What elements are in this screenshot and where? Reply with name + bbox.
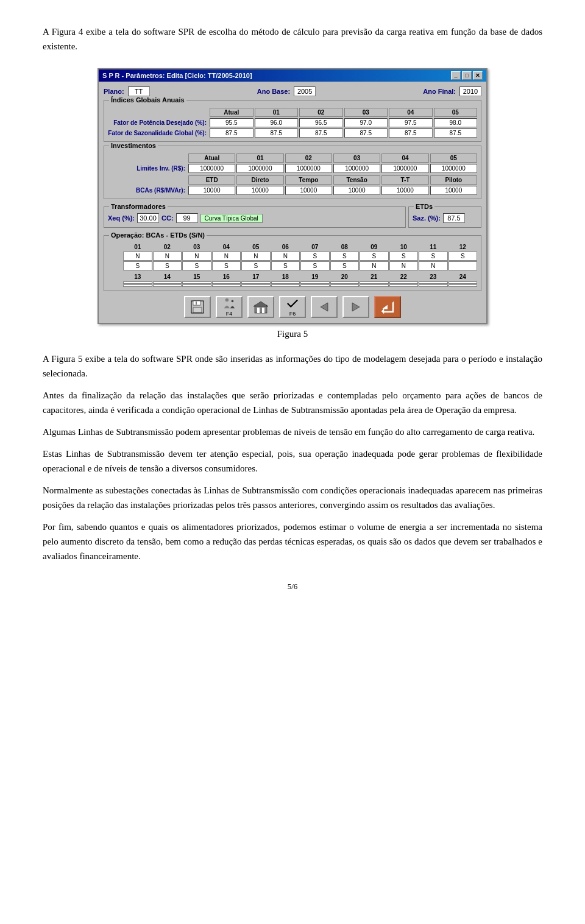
op-r2-c08[interactable]: S bbox=[330, 261, 360, 270]
fator-saz-05[interactable]: 87.5 bbox=[434, 129, 478, 138]
op-r1-c07[interactable]: S bbox=[300, 252, 330, 261]
plano-field[interactable]: TT bbox=[128, 86, 150, 96]
ano-final-field[interactable]: 2010 bbox=[459, 86, 481, 96]
limites-04[interactable]: 1000000 bbox=[381, 164, 428, 173]
op-r3-c24[interactable] bbox=[448, 281, 478, 284]
limites-01[interactable]: 1000000 bbox=[236, 164, 283, 173]
op-r2-c06[interactable]: S bbox=[271, 261, 300, 270]
op-r4-c15[interactable] bbox=[182, 284, 211, 287]
close-button[interactable]: ✕ bbox=[473, 71, 483, 80]
op-r3-c14[interactable] bbox=[153, 281, 182, 284]
op-r4-c23[interactable] bbox=[419, 284, 448, 287]
op-r2-c04[interactable]: S bbox=[212, 261, 241, 270]
bcas-etd[interactable]: 10000 bbox=[188, 186, 235, 195]
inv-header-02: 02 bbox=[285, 153, 332, 163]
op-r3-c21[interactable] bbox=[360, 281, 389, 284]
cc-field[interactable]: 99 bbox=[176, 213, 198, 223]
op-r3-c19[interactable] bbox=[300, 281, 330, 284]
transformadores-group: Transformadores Xeq (%): 30.00 CC: 99 Cu… bbox=[104, 206, 406, 228]
header-atual: Atual bbox=[210, 108, 254, 117]
xeq-field[interactable]: 30.00 bbox=[137, 213, 159, 223]
paragraph-4: Normalmente as subestações conectadas às… bbox=[43, 483, 542, 512]
maximize-button[interactable]: □ bbox=[462, 71, 472, 80]
op-r1-c09[interactable]: S bbox=[360, 252, 389, 261]
next-button[interactable] bbox=[342, 296, 369, 318]
op-r4-c17[interactable] bbox=[241, 284, 271, 287]
op-r4-c14[interactable] bbox=[153, 284, 182, 287]
op-r1-c11[interactable]: S bbox=[419, 252, 448, 261]
transformadores-title: Transformadores bbox=[109, 203, 168, 210]
op-r1-c04[interactable]: N bbox=[212, 252, 241, 261]
limites-atual[interactable]: 1000000 bbox=[188, 164, 235, 173]
limites-02[interactable]: 1000000 bbox=[285, 164, 332, 173]
op-num-01: 01 bbox=[123, 243, 152, 251]
op-r3-c22[interactable] bbox=[389, 281, 419, 284]
figure5-caption: Figura 5 bbox=[43, 329, 542, 339]
op-r4-c18[interactable] bbox=[271, 284, 300, 287]
f5-button[interactable] bbox=[247, 296, 274, 318]
fator-pot-05[interactable]: 98.0 bbox=[434, 118, 478, 127]
fator-saz-04[interactable]: 87.5 bbox=[389, 129, 433, 138]
fator-saz-02[interactable]: 87.5 bbox=[299, 129, 343, 138]
op-r4-c20[interactable] bbox=[330, 284, 360, 287]
limites-05[interactable]: 1000000 bbox=[430, 164, 477, 173]
save-button[interactable] bbox=[184, 296, 211, 318]
op-r1-c01[interactable]: N bbox=[123, 252, 152, 261]
fator-pot-03[interactable]: 97.0 bbox=[344, 118, 388, 127]
svg-marker-10 bbox=[321, 303, 328, 311]
op-r3-c20[interactable] bbox=[330, 281, 360, 284]
op-r4-c21[interactable] bbox=[360, 284, 389, 287]
fator-saz-atual[interactable]: 87.5 bbox=[210, 129, 254, 138]
op-r3-c15[interactable] bbox=[182, 281, 211, 284]
fator-pot-04[interactable]: 97.5 bbox=[389, 118, 433, 127]
op-r4-c22[interactable] bbox=[389, 284, 419, 287]
operacao-group: Operação: BCAs - ETDs (S/N) 01 02 03 04 … bbox=[104, 235, 481, 291]
limites-03[interactable]: 1000000 bbox=[333, 164, 380, 173]
op-r2-c12[interactable] bbox=[448, 261, 478, 270]
op-r2-c10[interactable]: N bbox=[389, 261, 419, 270]
op-r3-c18[interactable] bbox=[271, 281, 300, 284]
bcas-tempo[interactable]: 10000 bbox=[285, 186, 332, 195]
op-r2-c05[interactable]: S bbox=[241, 261, 271, 270]
prev-button[interactable] bbox=[311, 296, 338, 318]
bcas-tensao[interactable]: 10000 bbox=[333, 186, 380, 195]
ano-base-field[interactable]: 2005 bbox=[294, 86, 316, 96]
saz-field[interactable]: 87.5 bbox=[443, 213, 465, 223]
op-r2-c01[interactable]: S bbox=[123, 261, 152, 270]
op-r3-c16[interactable] bbox=[212, 281, 241, 284]
title-bar-buttons[interactable]: _ □ ✕ bbox=[451, 71, 483, 80]
op-r1-c12[interactable]: S bbox=[448, 252, 478, 261]
op-r1-c06[interactable]: N bbox=[271, 252, 300, 261]
fator-pot-01[interactable]: 96.0 bbox=[255, 118, 299, 127]
fator-saz-03[interactable]: 87.5 bbox=[344, 129, 388, 138]
op-r1-c05[interactable]: N bbox=[241, 252, 271, 261]
bcas-direto[interactable]: 10000 bbox=[236, 186, 283, 195]
fator-saz-label: Fator de Sazonalidade Global (%): bbox=[108, 130, 208, 136]
bcas-tt[interactable]: 10000 bbox=[381, 186, 428, 195]
op-r2-c09[interactable]: N bbox=[360, 261, 389, 270]
fator-saz-01[interactable]: 87.5 bbox=[255, 129, 299, 138]
f4-button[interactable]: F4 bbox=[216, 296, 243, 318]
bcas-piloto[interactable]: 10000 bbox=[430, 186, 477, 195]
op-r2-c02[interactable]: S bbox=[153, 261, 182, 270]
op-r4-c24[interactable] bbox=[448, 284, 478, 287]
op-r3-c13[interactable] bbox=[123, 281, 152, 284]
fator-pot-02[interactable]: 96.5 bbox=[299, 118, 343, 127]
op-r4-c16[interactable] bbox=[212, 284, 241, 287]
back-button[interactable] bbox=[374, 296, 401, 318]
op-r4-c19[interactable] bbox=[300, 284, 330, 287]
svg-rect-3 bbox=[196, 302, 197, 305]
op-r1-c03[interactable]: N bbox=[182, 252, 211, 261]
op-r2-c03[interactable]: S bbox=[182, 261, 211, 270]
op-r3-c23[interactable] bbox=[419, 281, 448, 284]
op-r2-c07[interactable]: S bbox=[300, 261, 330, 270]
fator-pot-atual[interactable]: 95.5 bbox=[210, 118, 254, 127]
op-r3-c17[interactable] bbox=[241, 281, 271, 284]
op-r1-c02[interactable]: N bbox=[153, 252, 182, 261]
op-r1-c08[interactable]: S bbox=[330, 252, 360, 261]
op-r4-c13[interactable] bbox=[123, 284, 152, 287]
minimize-button[interactable]: _ bbox=[451, 71, 461, 80]
op-r1-c10[interactable]: S bbox=[389, 252, 419, 261]
ok-button[interactable]: F6 bbox=[279, 296, 306, 318]
op-r2-c11[interactable]: N bbox=[419, 261, 448, 270]
